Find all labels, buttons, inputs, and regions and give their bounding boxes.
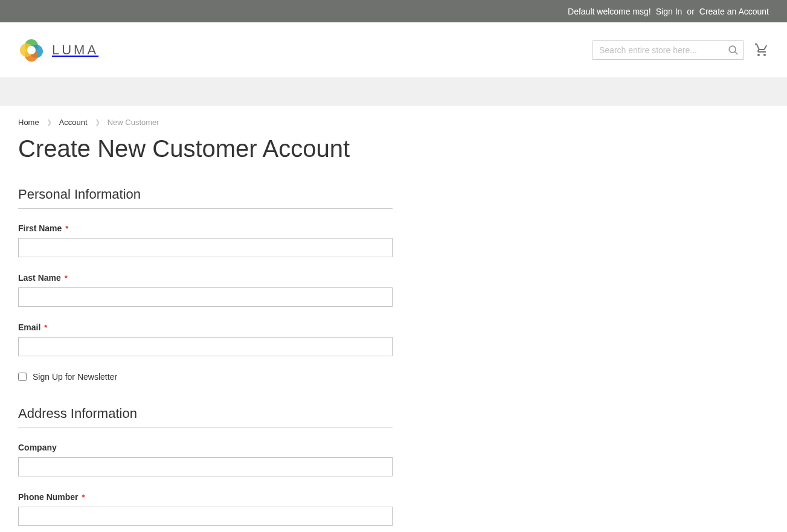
breadcrumb: Home ❯ Account ❯ New Customer — [18, 118, 769, 127]
newsletter-label: Sign Up for Newsletter — [33, 372, 117, 382]
company-field[interactable] — [18, 457, 393, 476]
phone-label: Phone Number — [18, 492, 393, 502]
address-info-section: Address Information Company Phone Number — [18, 406, 393, 526]
company-field-wrap: Company — [18, 443, 393, 476]
first-name-label: First Name — [18, 223, 393, 233]
email-field[interactable] — [18, 337, 393, 356]
first-name-field-wrap: First Name — [18, 223, 393, 257]
sign-in-link[interactable]: Sign In — [656, 7, 683, 16]
first-name-field[interactable] — [18, 238, 393, 257]
email-label: Email — [18, 322, 393, 332]
luma-logo-icon — [18, 37, 45, 63]
last-name-field[interactable] — [18, 287, 393, 307]
svg-line-6 — [735, 51, 738, 54]
nav-bar — [0, 77, 787, 106]
create-account-link[interactable]: Create an Account — [699, 7, 769, 16]
newsletter-field-wrap: Sign Up for Newsletter — [18, 372, 393, 382]
page-title: Create New Customer Account — [18, 135, 769, 162]
phone-field-wrap: Phone Number — [18, 492, 393, 526]
newsletter-checkbox[interactable] — [18, 373, 27, 381]
svg-point-5 — [729, 46, 736, 53]
breadcrumb-current: New Customer — [108, 118, 159, 127]
search-icon[interactable] — [728, 45, 739, 56]
address-section-heading: Address Information — [18, 406, 393, 428]
chevron-right-icon: ❯ — [95, 118, 100, 126]
email-field-wrap: Email — [18, 322, 393, 356]
company-label: Company — [18, 443, 393, 452]
personal-info-section: Personal Information First Name Last Nam… — [18, 187, 393, 382]
svg-point-4 — [27, 46, 36, 54]
breadcrumb-account[interactable]: Account — [59, 118, 88, 127]
or-text: or — [687, 7, 694, 16]
cart-icon[interactable] — [754, 43, 769, 57]
header: LUMA — [0, 22, 787, 77]
welcome-message: Default welcome msg! — [568, 7, 651, 16]
last-name-label: Last Name — [18, 273, 393, 283]
search-wrap — [593, 40, 744, 60]
breadcrumb-home[interactable]: Home — [18, 118, 39, 127]
top-banner: Default welcome msg! Sign In or Create a… — [0, 0, 787, 22]
search-input[interactable] — [593, 40, 744, 60]
chevron-right-icon: ❯ — [47, 118, 52, 126]
phone-field[interactable] — [18, 507, 393, 526]
content: Home ❯ Account ❯ New Customer Create New… — [0, 106, 787, 532]
logo-link[interactable]: LUMA — [18, 37, 98, 63]
header-right — [593, 40, 769, 60]
logo-text: LUMA — [52, 42, 98, 58]
personal-section-heading: Personal Information — [18, 187, 393, 209]
last-name-field-wrap: Last Name — [18, 273, 393, 307]
